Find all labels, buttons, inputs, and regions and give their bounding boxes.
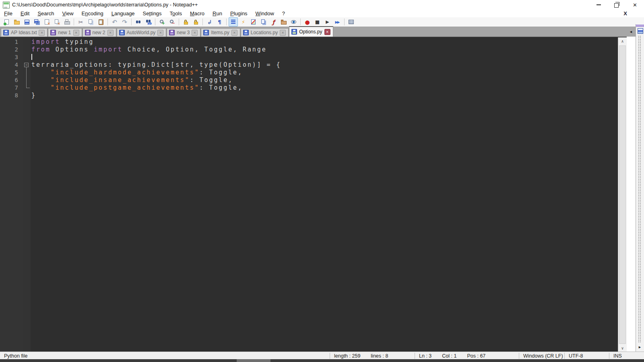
toolbar-macro-playback-button[interactable] (323, 17, 332, 27)
menu-item-help[interactable]: ? (278, 10, 289, 17)
menu-item-view[interactable]: View (58, 10, 78, 17)
monitoring-icon (290, 19, 297, 25)
toolbar-close-all-button[interactable] (52, 17, 62, 27)
toolbar-separator (131, 19, 132, 25)
toolbar-zoom-in-button[interactable] (157, 17, 167, 27)
toolbar-document-map-button[interactable] (249, 17, 258, 27)
toolbar-monitoring-button[interactable] (289, 17, 298, 27)
toolbar-macro-stop-button[interactable] (313, 17, 322, 27)
tab-close-icon[interactable]: ✕ (107, 30, 114, 36)
status-eol-format[interactable]: Windows (CR LF) (519, 353, 564, 359)
toolbar-redo-button[interactable] (120, 17, 129, 27)
toolbar-replace-button[interactable] (144, 17, 153, 27)
code-line[interactable]: 6 "include_insane_achievements": Toggle, (0, 76, 627, 84)
toolbar-function-list-button[interactable] (269, 17, 278, 27)
tab-close-icon[interactable]: ✕ (157, 30, 163, 36)
tab-locations-py[interactable]: Locations.py✕ (241, 28, 289, 37)
menu-item-file[interactable]: File (0, 10, 17, 17)
tab-close-icon[interactable]: ✕ (280, 30, 286, 36)
code-line[interactable]: 3 (0, 53, 627, 61)
tab-label: AutoWorld.py (127, 30, 156, 35)
toolbar-macro-record-button[interactable] (303, 17, 312, 27)
menu-item-tools[interactable]: Tools (166, 10, 186, 17)
tab-close-icon[interactable]: ✕ (324, 29, 330, 35)
toolbar-cut-button[interactable] (76, 17, 85, 27)
scroll-up-icon[interactable]: ∧ (618, 37, 627, 45)
toolbar-save-recorded-macro-button[interactable] (347, 17, 356, 27)
code-editor[interactable]: 1import typing2from Options import Choic… (0, 37, 627, 352)
close-button[interactable]: ✕ (626, 0, 644, 10)
sync-horizontal-scrolling-icon (192, 19, 199, 25)
tab-autoworld-py[interactable]: AutoWorld.py✕ (117, 28, 167, 37)
show-indent-guide-icon (230, 19, 237, 25)
toolbar-close-file-button[interactable] (42, 17, 52, 27)
code-line[interactable]: 7 "include_postgame_achievements": Toggl… (0, 84, 627, 92)
toolbar-define-language-button[interactable] (239, 17, 248, 27)
tab-close-icon[interactable]: ✕ (231, 30, 237, 36)
docked-panel-expand-icon[interactable]: ► (638, 345, 642, 349)
tab-new-1[interactable]: new 1✕ (48, 28, 82, 37)
code-text: "include_postgame_achievements": Toggle, (31, 84, 243, 92)
toolbar-show-indent-guide-button[interactable] (229, 17, 238, 27)
toolbar-copy-button[interactable] (86, 17, 95, 27)
minimize-button[interactable] (590, 0, 608, 10)
taskbar-item-fragment (237, 359, 270, 362)
restore-button[interactable] (608, 0, 626, 10)
vertical-scrollbar[interactable]: ∧ ∨ (618, 37, 627, 352)
toolbar-sync-vertical-scrolling-button[interactable] (181, 17, 190, 27)
toolbar-new-file-button[interactable] (2, 17, 11, 27)
line-number: 7 (0, 84, 23, 92)
tab-close-icon[interactable]: ✕ (39, 30, 45, 36)
menu-item-plugins[interactable]: Plugins (226, 10, 252, 17)
toolbar-zoom-out-button[interactable] (167, 17, 177, 27)
close-document-x-icon[interactable]: X (623, 10, 627, 16)
toolbar-print-button[interactable] (62, 17, 72, 27)
toolbar-macro-run-multiple-button[interactable] (333, 17, 342, 27)
tab-new-3[interactable]: new 3✕ (167, 28, 200, 37)
tab-options-py[interactable]: Options.py✕ (289, 26, 333, 37)
menu-item-language[interactable]: Language (107, 10, 139, 17)
toolbar-sync-horizontal-scrolling-button[interactable] (191, 17, 200, 27)
toolbar-paste-button[interactable] (96, 17, 105, 27)
toolbar-save-all-button[interactable] (32, 17, 41, 27)
tab-scroll-left-icon[interactable]: ◄ (629, 30, 633, 34)
menu-item-edit[interactable]: Edit (17, 10, 33, 17)
scrollbar-thumb[interactable] (619, 45, 626, 344)
status-insert-mode[interactable]: INS (609, 353, 644, 359)
toolbar-find-button[interactable] (134, 17, 143, 27)
toolbar-word-wrap-button[interactable] (205, 17, 214, 27)
toolbar-separator (226, 19, 227, 25)
code-line[interactable]: 1import typing (0, 38, 627, 46)
toolbar-undo-button[interactable] (110, 17, 119, 27)
code-line[interactable]: 5 "include_hardmode_achievements": Toggl… (0, 69, 627, 76)
menu-item-window[interactable]: Window (252, 10, 278, 17)
code-line[interactable]: 4−terraria_options: typing.Dict[str, typ… (0, 61, 627, 69)
tab-items-py[interactable]: Items.py✕ (201, 28, 240, 37)
scroll-down-icon[interactable]: ∨ (618, 344, 627, 352)
tab-new-2[interactable]: new 2✕ (83, 28, 116, 37)
menu-item-run[interactable]: Run (208, 10, 226, 17)
tab-close-icon[interactable]: ✕ (73, 30, 79, 36)
zoom-out-icon (169, 19, 175, 25)
menu-item-search[interactable]: Search (33, 10, 58, 17)
toolbar-save-button[interactable] (22, 17, 31, 27)
toolbar-open-file-button[interactable] (12, 17, 21, 27)
tab-ap-ideas-txt[interactable]: AP Ideas.txt✕ (1, 28, 47, 37)
status-encoding[interactable]: UTF-8 (565, 353, 609, 359)
menu-item-macro[interactable]: Macro (186, 10, 208, 17)
code-line[interactable]: 2from Options import Choice, Option, Tog… (0, 46, 627, 53)
fold-margin (23, 53, 31, 61)
code-line[interactable]: 8} (0, 92, 627, 99)
fold-collapse-icon[interactable]: − (24, 63, 29, 67)
toolbar-show-all-characters-button[interactable] (215, 17, 224, 27)
docked-panel-collapsed[interactable]: ► (636, 24, 644, 352)
toolbar-folder-as-workspace-button[interactable] (279, 17, 288, 27)
docked-panel-grip[interactable] (638, 35, 642, 343)
menu-item-encoding[interactable]: Encoding (78, 10, 107, 17)
toolbar-document-list-button[interactable] (259, 17, 268, 27)
code-text: "include_hardmode_achievements": Toggle, (31, 69, 243, 76)
code-lines: 1import typing2from Options import Choic… (0, 38, 627, 99)
menu-item-settings[interactable]: Settings (139, 10, 166, 17)
tab-close-icon[interactable]: ✕ (192, 30, 198, 36)
tab-bar: AP Ideas.txt✕new 1✕new 2✕AutoWorld.py✕ne… (0, 27, 636, 37)
